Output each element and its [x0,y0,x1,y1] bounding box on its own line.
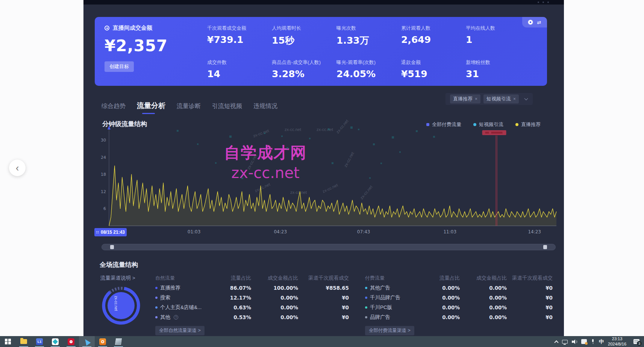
cell-gmv-share: 0.00% [460,285,507,291]
cell-gmv-share: 0.00% [251,314,298,320]
metric-value: ¥519 [401,68,466,79]
cell-gmv-share: 0.00% [251,295,298,301]
metric-value: 15秒 [272,34,336,47]
glass-app-icon [115,338,122,345]
metric-label: 千次观看成交金额 [207,25,272,32]
table-row-label: 搜索 [150,294,210,301]
metric-label: 累计观看人数 [401,25,466,32]
red-ring-app-icon [68,338,74,345]
tab-overall-trend[interactable]: 综合趋势 [102,102,126,110]
table-row-label: 其他广告 [360,285,420,291]
tab-short-video[interactable]: 引流短视频 [212,102,242,110]
taskbar-file-explorer[interactable] [16,336,32,347]
taskbar-image-viewer-active[interactable] [79,336,95,347]
window-controls[interactable] [538,2,549,3]
volume-icon[interactable] [572,339,577,344]
metric-value: 1 [466,34,530,45]
table-row-label: 直播推荐 [150,285,210,291]
ime-indicator[interactable]: 中 [599,338,604,345]
cell-gpm: ¥0 [507,295,553,301]
all-paid-channels-link[interactable]: 全部付费流量渠道 > [365,326,414,335]
table-row-label: 其他? [150,314,210,321]
taskbar-app-l1[interactable]: L1 [32,336,47,347]
create-goal-button[interactable]: 创建目标 [105,61,134,72]
notification-center-icon[interactable]: 3 [633,339,639,344]
column-header: 流量占比 [420,275,460,282]
channel-filter-select[interactable]: 直播推荐 × 短视频引流 × [445,93,533,105]
filter-tag-short-video[interactable]: 短视频引流 × [483,94,519,103]
cell-share: 12.17% [210,295,251,301]
column-header: 渠道千次观看成交 [507,275,553,282]
svg-text:04:23: 04:23 [274,229,287,234]
hidden-icons-chevron[interactable] [554,340,558,344]
zoom-handle-right[interactable] [543,245,547,249]
metric-label: 人均观看时长 [272,25,336,32]
tab-traffic-analysis[interactable]: 流量分析 [137,101,165,111]
photos-tray-icon[interactable] [581,339,587,344]
analytics-app-window: ⇄ 直播间成交金额 ¥2,357 创建目标 千次观看成交金额¥739.1 人均观… [83,0,564,336]
swap-icon[interactable]: ⇄ [537,20,541,25]
windows-start-button[interactable] [0,336,16,347]
metric-label: 平均在线人数 [466,25,530,32]
tab-traffic-diagnosis[interactable]: 流量诊断 [177,102,201,110]
column-header: 自然流量 [150,275,210,282]
cell-gmv-share: 0.00% [460,295,507,301]
cursor-app-icon [83,338,91,345]
table-row-label: 品牌广告 [360,314,420,321]
microphone-icon[interactable] [591,339,595,344]
cell-share: 0.63% [210,304,251,310]
remove-tag-icon[interactable]: × [513,96,516,102]
cell-gmv-share: 0.00% [251,304,298,310]
metric-label: 商品点击-成交率(人数) [272,59,336,66]
cell-share: 0.00% [420,285,460,291]
svg-text:07:43: 07:43 [357,229,370,234]
taskbar-app-orange[interactable] [95,336,111,347]
cell-share: 0.00% [420,304,460,310]
metric-value: 1.33万 [336,34,401,47]
chart-start-time-label[interactable]: ∷ 08/15 21:43 [94,228,127,236]
taskbar-clock[interactable]: 23:13 2024/8/16 [608,336,626,347]
svg-text:14:23: 14:23 [528,229,541,234]
cell-gpm: ¥0 [298,304,349,310]
metric-value: ¥739.1 [207,34,272,45]
table-row-label: 个人主页&店铺&... [150,304,210,311]
all-natural-channels-link[interactable]: 全部自然流量渠道 > [155,326,205,335]
channel-explain-link[interactable]: 流量渠道说明 > [100,275,135,282]
table-row-label: 千川PC版 [360,304,420,311]
filter-tag-live-recommend[interactable]: 直播推荐 × [450,94,480,103]
cell-gpm: ¥858.65 [298,285,349,291]
help-icon[interactable]: ? [174,315,178,320]
folder-icon [20,339,27,344]
taskbar-app-glass[interactable] [111,336,126,347]
metric-label: 曝光-观看率(次数) [336,59,401,66]
window-titlebar [83,0,564,5]
svg-text:01:03: 01:03 [188,229,201,234]
traffic-donut-chart [100,285,142,327]
network-icon[interactable] [562,340,568,344]
zoom-handle-left[interactable] [110,245,114,249]
windows-taskbar: L1 中 23:13 2024/8/16 3 [0,336,644,347]
cell-gpm: ¥0 [507,304,553,310]
taskbar-app-teal[interactable] [47,336,63,347]
system-tray: 中 23:13 2024/8/16 3 [555,336,644,347]
chevron-down-icon[interactable] [524,97,528,100]
orange-app-icon [99,338,106,345]
metric-value: 2,649 [401,34,466,45]
tab-violations[interactable]: 违规情况 [253,102,277,110]
l1-app-icon: L1 [36,338,43,345]
taskbar-app-red[interactable] [63,336,79,347]
primary-metric-value: ¥2,357 [105,37,168,55]
chart-zoom-scrollbar[interactable] [102,244,556,250]
svg-text:18: 18 [101,172,106,177]
notification-badge: 3 [637,341,642,346]
remove-tag-icon[interactable]: × [475,96,477,102]
cell-gpm: ¥0 [298,314,349,320]
previous-image-button[interactable]: ‹ [9,160,26,176]
table-row-label: 千川品牌广告 [360,294,420,301]
kpi-banner: ⇄ 直播间成交金额 ¥2,357 创建目标 千次观看成交金额¥739.1 人均观… [95,17,547,86]
cell-share: 86.07% [210,285,251,291]
cell-share: 0.53% [210,314,251,320]
metric-value: 3.28% [272,68,336,79]
minute-traffic-chart[interactable]: 61218243001:0304:2307:4311:0314:23 [98,124,561,237]
metric-label: 成交件数 [207,59,272,66]
